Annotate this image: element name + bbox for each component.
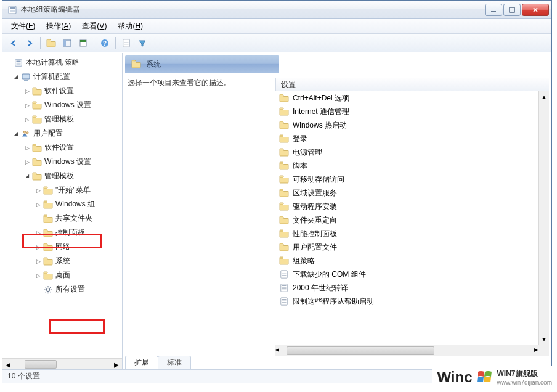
help-button[interactable]: ?	[97, 36, 112, 51]
description-text: 选择一个项目来查看它的描述。	[128, 78, 275, 356]
tree-all-settings[interactable]: 所有设置	[55, 284, 85, 295]
tree-item[interactable]: 管理模板	[44, 114, 74, 125]
tree-item[interactable]: 共享文件夹	[55, 213, 92, 224]
list-item-label: 登录	[293, 134, 307, 144]
tree-user-config[interactable]: 用户配置	[33, 128, 63, 139]
folder-icon	[43, 200, 53, 209]
folder-icon	[43, 271, 53, 280]
tree-item[interactable]: 软件设置	[44, 142, 74, 153]
tree-item[interactable]: Windows 设置	[44, 157, 91, 167]
window-title: 本地组策略编辑器	[21, 4, 485, 15]
tree-admin-templates[interactable]: 管理模板	[44, 171, 74, 181]
folder-icon	[32, 87, 42, 96]
tree-computer-config[interactable]: 计算机配置	[33, 71, 70, 82]
folder-icon	[43, 243, 53, 251]
list-item[interactable]: 区域设置服务	[275, 186, 538, 200]
column-header-settings[interactable]: 设置	[275, 78, 549, 91]
expander-icon[interactable]	[23, 145, 31, 151]
folder-icon	[279, 229, 289, 238]
toolbar: ?	[2, 34, 551, 52]
tree-item[interactable]: 网络	[55, 242, 70, 252]
list-item[interactable]: 文件夹重定向	[275, 213, 538, 227]
menu-help[interactable]: 帮助(H)	[113, 20, 148, 33]
expander-icon[interactable]	[35, 258, 42, 264]
computer-icon	[21, 73, 31, 81]
tree-pane: 本地计算机 策略 计算机配置 软件设置 Windows 设置 管理模板 用户配置…	[2, 53, 123, 369]
folder-icon	[279, 202, 289, 211]
doc-icon	[279, 270, 289, 279]
minimize-button[interactable]	[485, 4, 502, 16]
expander-icon[interactable]	[35, 272, 42, 279]
list-item-label: 驱动程序安装	[293, 202, 337, 212]
expander-icon[interactable]	[35, 244, 42, 250]
expander-icon[interactable]	[23, 159, 31, 165]
tree-item[interactable]: Windows 组	[55, 199, 95, 210]
forward-button[interactable]	[22, 36, 37, 51]
expander-icon[interactable]	[35, 187, 42, 194]
list-item[interactable]: Ctrl+Alt+Del 选项	[275, 91, 538, 105]
folder-icon	[43, 214, 53, 223]
list-item[interactable]: 组策略	[275, 254, 538, 267]
tab-extended[interactable]: 扩展	[125, 356, 158, 369]
folder-icon	[279, 243, 289, 251]
list-item[interactable]: 可移动存储访问	[275, 173, 538, 186]
folder-icon	[32, 144, 42, 152]
tree-item[interactable]: "开始"菜单	[55, 185, 91, 195]
list-item[interactable]: 脚本	[275, 159, 538, 173]
list-hscroll[interactable]: ◂▸	[275, 345, 538, 356]
expander-icon[interactable]	[23, 173, 31, 179]
show-hide-tree-button[interactable]	[60, 36, 75, 51]
list-item[interactable]: 电源管理	[275, 145, 538, 159]
close-button[interactable]	[522, 4, 549, 16]
expander-icon[interactable]	[35, 230, 42, 236]
back-button[interactable]	[6, 36, 21, 51]
tree-hscroll[interactable]: ◂▸	[2, 358, 122, 369]
tab-standard[interactable]: 标准	[158, 356, 191, 369]
list-item-label: Internet 通信管理	[293, 107, 349, 117]
expander-icon[interactable]	[23, 88, 31, 94]
folder-icon	[279, 189, 289, 197]
maximize-button[interactable]	[503, 4, 521, 16]
list-item[interactable]: 驱动程序安装	[275, 200, 538, 213]
expander-icon[interactable]	[12, 131, 20, 136]
list-item[interactable]: 用户配置文件	[275, 240, 538, 254]
tree-item[interactable]: 桌面	[55, 270, 70, 280]
up-button[interactable]	[44, 36, 59, 51]
watermark: Winc WIN7旗舰版 www.win7qijian.com	[432, 366, 557, 388]
list-item-label: 电源管理	[293, 147, 322, 158]
filter-button[interactable]	[135, 36, 150, 51]
watermark-big: Winc	[437, 369, 472, 386]
list-item-label: 可移动存储访问	[293, 174, 344, 185]
expander-icon[interactable]	[23, 102, 31, 108]
detail-pane: 系统 选择一个项目来查看它的描述。 设置 Ctrl+Alt+Del 选项Inte…	[123, 53, 551, 369]
list-item[interactable]: Internet 通信管理	[275, 105, 538, 118]
list-vscroll[interactable]: ▴▾	[538, 91, 549, 345]
menu-action[interactable]: 操作(A)	[41, 20, 76, 33]
properties-button[interactable]	[76, 36, 91, 51]
tree-root[interactable]: 本地计算机 策略	[26, 57, 79, 68]
list-item-label: 脚本	[293, 161, 307, 171]
expander-icon[interactable]	[12, 74, 20, 80]
folder-icon	[131, 60, 141, 68]
doc-icon	[279, 297, 289, 306]
list-item-label: 区域设置服务	[293, 188, 337, 198]
folder-icon	[279, 107, 289, 116]
list-item[interactable]: 限制这些程序从帮助启动	[275, 295, 538, 308]
list-item[interactable]: Windows 热启动	[275, 118, 538, 132]
list-item[interactable]: 2000 年世纪转译	[275, 281, 538, 295]
tree-item[interactable]: 软件设置	[44, 86, 74, 96]
menu-view[interactable]: 查看(V)	[77, 20, 112, 33]
expander-icon[interactable]	[35, 202, 42, 208]
tree-item[interactable]: Windows 设置	[44, 100, 91, 110]
list-item[interactable]: 登录	[275, 132, 538, 145]
detail-header: 系统	[125, 55, 279, 73]
tree-item[interactable]: 控制面板	[55, 227, 85, 238]
list-item[interactable]: 性能控制面板	[275, 227, 538, 240]
tree-system[interactable]: 系统	[55, 256, 70, 266]
settings-list[interactable]: Ctrl+Alt+Del 选项Internet 通信管理Windows 热启动登…	[275, 91, 538, 345]
menu-file[interactable]: 文件(F)	[6, 20, 40, 33]
list-item[interactable]: 下载缺少的 COM 组件	[275, 267, 538, 281]
expander-icon[interactable]	[23, 116, 31, 123]
tree[interactable]: 本地计算机 策略 计算机配置 软件设置 Windows 设置 管理模板 用户配置…	[2, 53, 122, 358]
export-button[interactable]	[119, 36, 134, 51]
